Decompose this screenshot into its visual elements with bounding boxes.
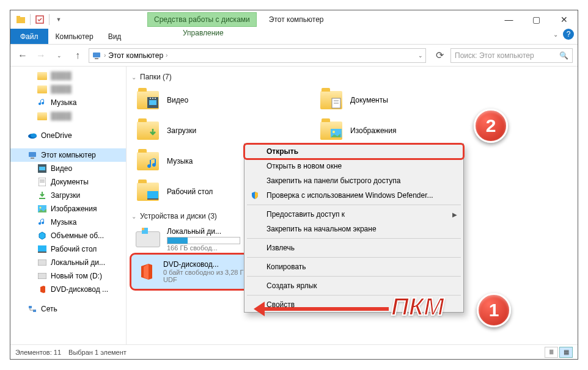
back-button[interactable]: ← bbox=[15, 48, 30, 63]
annotation-arrow-head bbox=[254, 302, 265, 316]
sidebar-item-label: Загрузки bbox=[51, 191, 80, 200]
minimize-button[interactable]: — bbox=[495, 10, 523, 29]
annotation-pkm-label: ПКМ bbox=[391, 293, 444, 321]
doc-icon bbox=[37, 177, 47, 187]
sidebar-item[interactable]: ████ bbox=[10, 82, 126, 96]
context-menu[interactable]: ОткрытьОткрыть в новом окнеЗакрепить на … bbox=[244, 143, 464, 313]
desktop-icon bbox=[37, 244, 47, 254]
ribbon-file-tab[interactable]: Файл bbox=[10, 29, 48, 44]
sidebar-item-label: Изображения bbox=[51, 205, 97, 213]
maximize-button[interactable]: ▢ bbox=[523, 10, 550, 29]
help-icon[interactable]: ? bbox=[563, 29, 574, 40]
svg-rect-32 bbox=[147, 191, 158, 198]
qat-dropdown-icon[interactable]: ▼ bbox=[52, 13, 65, 26]
sidebar-item[interactable]: Локальный ди... bbox=[10, 256, 126, 269]
sidebar-item[interactable]: OneDrive bbox=[10, 129, 126, 142]
chevron-down-icon[interactable]: ⌄ bbox=[131, 74, 136, 81]
folder-label: Загрузки bbox=[167, 126, 196, 135]
refresh-button[interactable]: ⟳ bbox=[432, 48, 447, 63]
svg-rect-10 bbox=[39, 167, 45, 170]
tiles-view-button[interactable]: ▦ bbox=[559, 347, 573, 358]
folder-label: Рабочий стол bbox=[167, 187, 213, 196]
recent-locations-dropdown[interactable]: ⌄ bbox=[52, 48, 67, 63]
context-menu-item[interactable]: Закрепить на начальном экране bbox=[244, 222, 463, 236]
up-button[interactable]: ↑ bbox=[70, 48, 85, 63]
svg-rect-16 bbox=[38, 245, 46, 252]
sidebar-item[interactable]: Видео bbox=[10, 162, 126, 175]
context-menu-item[interactable]: Предоставить доступ к▶ bbox=[244, 207, 463, 222]
context-menu-item[interactable]: Открыть bbox=[244, 144, 463, 159]
sidebar-item[interactable]: Музыка bbox=[10, 216, 126, 229]
svg-point-6 bbox=[31, 134, 37, 138]
properties-qat-icon[interactable] bbox=[33, 13, 46, 26]
folder-item[interactable]: Видео bbox=[131, 85, 315, 115]
ribbon-tab-computer[interactable]: Компьютер bbox=[48, 29, 101, 44]
ribbon: Файл Компьютер Вид Управление ⌄ ? bbox=[10, 29, 578, 45]
context-tab-drive-tools[interactable]: Средства работы с дисками bbox=[147, 12, 257, 27]
sidebar-item[interactable]: Сеть bbox=[10, 302, 126, 316]
sidebar-item[interactable]: DVD-дисковод ... bbox=[10, 283, 126, 296]
context-menu-item[interactable]: Создать ярлык bbox=[244, 278, 463, 293]
chevron-right-icon[interactable]: › bbox=[166, 52, 167, 59]
chevron-down-icon[interactable]: ⌄ bbox=[131, 213, 136, 220]
sidebar-item-label: ████ bbox=[51, 85, 72, 93]
svg-rect-33 bbox=[147, 198, 158, 200]
address-dropdown[interactable]: ⌄ bbox=[418, 53, 423, 59]
status-bar: Элементов: 11 Выбран 1 элемент ≣ ▦ bbox=[10, 344, 578, 359]
context-menu-item[interactable]: Открыть в новом окне bbox=[244, 159, 463, 173]
drive-icon bbox=[37, 258, 47, 267]
details-view-button[interactable]: ≣ bbox=[545, 347, 558, 358]
search-box[interactable]: Поиск: Этот компьютер 🔍 bbox=[450, 48, 573, 63]
address-bar[interactable]: › Этот компьютер › ⌄ bbox=[89, 48, 426, 63]
folder-item[interactable]: Документы bbox=[315, 85, 498, 115]
folder-item[interactable]: Изображения bbox=[315, 115, 498, 146]
music-icon bbox=[37, 217, 47, 227]
search-icon: 🔍 bbox=[559, 51, 568, 60]
drive-space-bar bbox=[167, 237, 240, 244]
ribbon-collapse-icon[interactable]: ⌄ bbox=[553, 31, 558, 38]
shield-icon bbox=[249, 190, 260, 201]
window-buttons: — ▢ ✕ bbox=[495, 10, 578, 29]
context-menu-item[interactable]: Закрепить на панели быстрого доступа bbox=[244, 173, 463, 188]
sidebar-item-label: DVD-дисковод ... bbox=[51, 285, 108, 294]
chevron-right-icon[interactable]: › bbox=[104, 52, 106, 59]
quick-access-toolbar: ▼ bbox=[10, 13, 65, 26]
context-menu-item[interactable]: Проверка с использованием Windows Defend… bbox=[244, 188, 463, 203]
sidebar-item[interactable]: Изображения bbox=[10, 202, 126, 216]
svg-point-31 bbox=[333, 131, 335, 133]
folder-item[interactable]: Загрузки bbox=[131, 115, 315, 146]
svg-point-24 bbox=[150, 98, 151, 99]
drive-local[interactable]: Локальный ди... 166 ГБ свобод... bbox=[131, 224, 254, 255]
folder-icon bbox=[135, 119, 161, 142]
sidebar-item[interactable]: Рабочий стол bbox=[10, 242, 126, 256]
svg-rect-17 bbox=[38, 252, 46, 253]
sidebar-item[interactable]: Загрузки bbox=[10, 189, 126, 202]
sidebar-item[interactable]: ████ bbox=[10, 109, 126, 123]
context-menu-item[interactable]: Извлечь bbox=[244, 241, 463, 255]
svg-rect-4 bbox=[95, 58, 98, 59]
ribbon-tab-view[interactable]: Вид bbox=[101, 29, 129, 44]
group-header-folders[interactable]: ⌄ Папки (7) bbox=[131, 73, 573, 81]
close-button[interactable]: ✕ bbox=[550, 10, 578, 29]
breadcrumb-this-pc[interactable]: Этот компьютер bbox=[108, 51, 163, 60]
sidebar-item[interactable]: Музыка bbox=[10, 96, 126, 109]
ribbon-tab-manage[interactable]: Управление bbox=[175, 29, 231, 37]
search-placeholder: Поиск: Этот компьютер bbox=[455, 51, 534, 60]
sidebar-item[interactable]: Этот компьютер bbox=[10, 148, 126, 162]
sidebar-item-label: ████ bbox=[51, 71, 72, 80]
sidebar-item[interactable]: ████ bbox=[10, 69, 126, 82]
sidebar-item[interactable]: Новый том (D:) bbox=[10, 269, 126, 283]
drive-dvd-label: DVD-дисковод... bbox=[163, 260, 248, 269]
menu-item-label: Предоставить доступ к bbox=[266, 210, 345, 219]
folder-icon bbox=[318, 89, 344, 112]
svg-rect-23 bbox=[149, 100, 156, 105]
sidebar-item[interactable]: Объемные об... bbox=[10, 229, 126, 242]
svg-rect-18 bbox=[38, 259, 46, 266]
drive-icon bbox=[135, 228, 161, 251]
sidebar-item-label: Объемные об... bbox=[51, 231, 104, 240]
video-icon bbox=[37, 164, 47, 173]
forward-button[interactable]: → bbox=[34, 48, 48, 63]
context-menu-item[interactable]: Копировать bbox=[244, 259, 463, 274]
navigation-pane[interactable]: ████████Музыка████OneDriveЭтот компьютер… bbox=[10, 67, 127, 344]
sidebar-item[interactable]: Документы bbox=[10, 175, 126, 189]
